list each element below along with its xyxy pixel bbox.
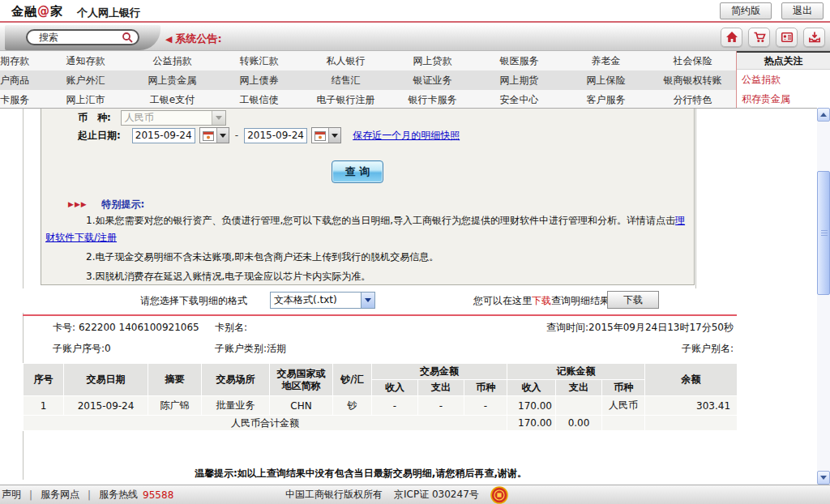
col-balance: 余额 xyxy=(645,364,738,396)
nav-item[interactable]: 网上贵金属 xyxy=(129,74,216,88)
red-divider xyxy=(23,314,737,316)
nav-item[interactable]: 银行卡服务 xyxy=(389,93,476,107)
nav-item[interactable]: 分行特色 xyxy=(649,93,736,107)
sub-account-type: 子账户类别:活期 xyxy=(215,342,286,356)
search-input[interactable] xyxy=(39,32,122,43)
header-strip: ◀系统公告: xyxy=(0,24,830,50)
total-label: 人民币合计金额 xyxy=(24,416,507,431)
arrow-up-icon xyxy=(820,113,827,117)
nav-item[interactable]: 通知存款 xyxy=(42,54,129,68)
nav-item[interactable]: 网上保险 xyxy=(563,74,649,88)
nav-item[interactable]: 账户外汇 xyxy=(42,74,129,88)
calendar-icon[interactable] xyxy=(312,128,328,143)
nav-item[interactable]: 公益捐款 xyxy=(129,54,216,68)
sub-account-alias: 子账户别名: xyxy=(682,342,734,356)
nav-item[interactable]: 网上贷款 xyxy=(389,54,476,68)
cell-book-expense xyxy=(556,396,602,416)
hint-pre: 您可以在这里 xyxy=(473,295,532,306)
scroll-down-button[interactable] xyxy=(817,471,830,485)
footer-links: 声明 | 服务网点 | 服务热线 95588 xyxy=(2,488,173,502)
logout-button[interactable]: 退出 xyxy=(781,2,824,19)
hint-download-word: 下载 xyxy=(532,295,551,306)
chevron-down-icon[interactable] xyxy=(216,128,229,143)
hotspot-link-donation[interactable]: 公益捐款 xyxy=(737,70,830,89)
chevron-down-icon[interactable] xyxy=(361,293,374,308)
currency-select[interactable]: 人民币 xyxy=(121,110,226,126)
date-to-input[interactable] xyxy=(244,128,307,143)
query-time: 查询时间:2015年09月24日13时17分50秒 xyxy=(546,321,734,335)
currency-label: 币 种: xyxy=(78,111,111,125)
nav-item[interactable]: 户商品 xyxy=(0,74,42,88)
col-summary: 摘要 xyxy=(148,364,202,396)
security-badge-icon xyxy=(490,486,508,504)
date-from-picker[interactable] xyxy=(199,127,229,143)
nav-item[interactable]: 卡服务 xyxy=(0,93,42,107)
cell-book-currency: 人民币 xyxy=(602,396,645,416)
nav-item[interactable]: 银医服务 xyxy=(476,54,563,68)
nav-item[interactable]: 转账汇款 xyxy=(216,54,302,68)
nav-item[interactable]: 社会保险 xyxy=(649,54,736,68)
nav-item[interactable]: 结售汇 xyxy=(302,74,389,88)
download-button[interactable]: 下载 xyxy=(607,291,659,309)
chevron-down-icon[interactable] xyxy=(328,128,340,143)
nav-item[interactable]: 电子银行注册 xyxy=(302,93,389,107)
nav-item[interactable]: 安全中心 xyxy=(476,93,563,107)
total-expense: 0.00 xyxy=(556,416,602,431)
format-select[interactable]: 文本格式(.txt) xyxy=(270,292,375,309)
shopping-cart-icon[interactable] xyxy=(748,28,770,47)
statement-link[interactable]: 声明 xyxy=(2,488,21,502)
brand-at-icon: @ xyxy=(37,4,50,19)
vertical-scrollbar[interactable] xyxy=(817,108,830,485)
home-icon[interactable] xyxy=(721,28,742,47)
search-icon[interactable] xyxy=(122,32,134,44)
special-tips-body: 1.如果您需要对您的银行资产、负债进行管理,您可以下载您的当日明细,导入工商银行… xyxy=(45,212,691,285)
scroll-up-button[interactable] xyxy=(817,108,830,122)
query-button[interactable]: 查 询 xyxy=(332,160,383,183)
scrollbar-thumb[interactable] xyxy=(817,171,830,295)
cell-summary: 陈广锦 xyxy=(148,396,202,416)
nav-item[interactable]: 期存款 xyxy=(0,54,42,68)
nav-item[interactable]: 工银信使 xyxy=(216,93,302,107)
total-income: 170.00 xyxy=(507,416,556,431)
service-outlets-link[interactable]: 服务网点 xyxy=(41,488,79,502)
hotspot-link-gold[interactable]: 积存贵金属 xyxy=(737,89,830,109)
nav-item[interactable]: 银证业务 xyxy=(389,74,476,88)
search-box[interactable] xyxy=(26,29,139,45)
special-tips-header: ▶▶▶ 特别提示: xyxy=(68,198,144,211)
nav-item[interactable]: 网上汇市 xyxy=(42,93,129,107)
calendar-icon[interactable] xyxy=(200,128,216,143)
brand-text-2: 家 xyxy=(50,4,63,19)
simple-version-button[interactable]: 简约版 xyxy=(720,2,772,19)
col-trans-expense: 支出 xyxy=(418,380,464,396)
cell-date: 2015-09-24 xyxy=(64,396,148,416)
save-snapshot-link[interactable]: 保存近一个月的明细快照 xyxy=(353,129,460,143)
nav-item[interactable]: 网上期货 xyxy=(476,74,563,88)
date-to-picker[interactable] xyxy=(311,127,341,143)
nav-item[interactable]: 工银e支付 xyxy=(129,93,216,107)
contacts-icon[interactable] xyxy=(776,28,798,47)
nav-menu: 期存款 通知存款 公益捐款 转账汇款 私人银行 网上贷款 银医服务 养老金 社会… xyxy=(0,51,736,109)
col-trans-income: 收入 xyxy=(372,380,418,396)
main-navigation: 期存款 通知存款 公益捐款 转账汇款 私人银行 网上贷款 银医服务 养老金 社会… xyxy=(0,50,830,109)
nav-row-3: 卡服务 网上汇市 工银e支付 工银信使 电子银行注册 银行卡服务 安全中心 客户… xyxy=(0,90,736,109)
top-bar: 金融@家 个人网上银行 简约版 退出 xyxy=(0,0,830,23)
chevron-down-icon[interactable] xyxy=(212,111,225,125)
hotline-label: 服务热线 xyxy=(99,488,138,502)
footer: 声明 | 服务网点 | 服务热线 95588 中国工商银行版权所有 京ICP证 … xyxy=(0,485,830,504)
inbox-download-icon[interactable] xyxy=(803,28,825,47)
nav-item[interactable]: 银商银权转账 xyxy=(649,74,736,88)
separator: | xyxy=(88,489,91,501)
col-trans-amount: 交易金额 xyxy=(372,364,507,380)
nav-item[interactable]: 私人银行 xyxy=(302,54,389,68)
nav-item[interactable]: 网上债券 xyxy=(216,74,302,88)
total-currency xyxy=(602,416,645,431)
announcement-label: 系统公告: xyxy=(175,32,221,45)
table-total-row: 人民币合计金额 170.00 0.00 xyxy=(24,416,738,431)
nav-item[interactable]: 客户服务 xyxy=(563,93,649,107)
cell-trans-currency: - xyxy=(464,396,507,416)
col-book-expense: 支出 xyxy=(556,380,602,396)
currency-row: 币 种: 人民币 xyxy=(78,110,226,126)
copyright-text: 中国工商银行版权所有 xyxy=(285,488,383,502)
nav-item[interactable]: 养老金 xyxy=(563,54,649,68)
date-from-input[interactable] xyxy=(132,128,195,143)
